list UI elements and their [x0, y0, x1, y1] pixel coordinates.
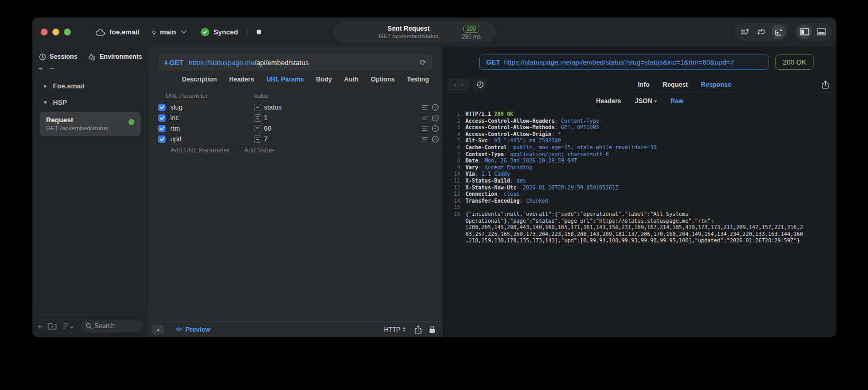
request-url-host[interactable]: https://statuspage.me	[189, 59, 254, 67]
remove-row-icon[interactable]	[432, 114, 439, 122]
request-url-bar[interactable]: GET https://statuspage.me/api/embed/stat…	[159, 55, 432, 70]
row-detail-icon[interactable]	[422, 105, 428, 110]
toggle-sidebar-button[interactable]	[797, 24, 812, 39]
new-folder-button[interactable]	[48, 322, 57, 330]
sidebar-search[interactable]	[81, 320, 143, 332]
import-export-icon	[774, 28, 783, 37]
param-checkbox[interactable]	[158, 114, 166, 122]
http-protocol: HTTP/1.1	[465, 111, 491, 117]
remove-row-icon[interactable]	[432, 104, 439, 111]
row-detail-icon[interactable]	[422, 115, 428, 121]
close-window-button[interactable]	[41, 29, 48, 35]
line-number: 12	[449, 185, 460, 192]
toggle-bottom-panel-button[interactable]	[814, 24, 829, 39]
tab-options[interactable]: Options	[371, 76, 395, 83]
add-value-field[interactable]: Add Value	[244, 147, 274, 154]
tree-item-foe-email[interactable]: ▸ Foe.email	[36, 78, 144, 94]
param-value[interactable]: 7	[264, 135, 422, 143]
sort-filter-button[interactable]	[63, 323, 74, 329]
subtab-raw[interactable]: Raw	[670, 97, 683, 105]
param-checkbox[interactable]	[158, 125, 166, 132]
equals-icon: =	[254, 104, 261, 111]
screen: foe.email main	[0, 0, 868, 390]
param-checkbox[interactable]	[158, 135, 166, 143]
protocol-selector[interactable]: HTTP	[384, 326, 407, 333]
param-name[interactable]: inc	[170, 114, 254, 122]
sort-list-button[interactable]	[737, 24, 752, 39]
recording-dot[interactable]	[257, 30, 261, 34]
response-url-box[interactable]: GET https://statuspage.me/api/embed/stat…	[479, 55, 769, 70]
tab-request[interactable]: Request	[663, 81, 688, 88]
table-row[interactable]: rtm = 60	[148, 123, 443, 134]
minimize-window-button[interactable]	[52, 29, 59, 35]
param-value[interactable]: status	[264, 104, 422, 111]
layout-bottom-panel-icon	[817, 28, 826, 35]
table-row[interactable]: slug = status	[148, 102, 443, 113]
project-switcher[interactable]: foe.email	[95, 28, 139, 36]
param-name[interactable]: rtm	[170, 125, 254, 132]
remove-row-icon[interactable]	[432, 135, 439, 143]
param-value[interactable]: 60	[264, 125, 422, 132]
history-nav[interactable]: ‹ ›	[447, 78, 470, 91]
param-name[interactable]: upd	[170, 135, 254, 143]
row-detail-icon[interactable]	[422, 126, 428, 131]
subtab-headers[interactable]: Headers	[596, 97, 621, 105]
response-raw-view[interactable]: 1 HTTP/1.1200 OK 2 Access-Control-Allow-…	[443, 108, 836, 337]
preview-button[interactable]: </> Preview	[176, 326, 211, 333]
param-value[interactable]: 1	[264, 114, 422, 122]
tab-body[interactable]: Body	[316, 76, 332, 83]
method-stepper-icon[interactable]	[165, 60, 168, 65]
lock-icon[interactable]	[429, 325, 435, 333]
request-list-item-selected[interactable]: Request GET /api/embed/status	[40, 112, 141, 136]
tab-environments-label: Environments	[99, 53, 142, 60]
request-url-path[interactable]: /api/embed/status	[254, 59, 309, 67]
toolbar-group-layout	[794, 23, 832, 41]
search-input[interactable]	[95, 322, 138, 330]
subtab-json-label: JSON	[635, 97, 652, 105]
request-status-pill[interactable]: Sent Request GET /api/embed/status 200 2…	[334, 22, 496, 42]
tree-item-hsp[interactable]: ▾ HSP	[36, 94, 144, 111]
remove-session-button[interactable]: −	[50, 64, 54, 72]
remove-row-icon[interactable]	[432, 125, 439, 132]
history-clock-button[interactable]	[473, 78, 487, 91]
table-row[interactable]: upd = 7	[148, 134, 443, 144]
expand-drawer-button[interactable]: ▲	[152, 325, 164, 334]
add-request-button[interactable]: +	[38, 322, 42, 331]
line-number: 10	[449, 171, 460, 178]
header-name: Access-Control-Allow-Headers	[465, 118, 555, 124]
row-detail-icon[interactable]	[422, 137, 428, 142]
zoom-window-button[interactable]	[64, 29, 71, 35]
param-checkbox[interactable]	[158, 104, 166, 111]
tab-auth[interactable]: Auth	[344, 76, 359, 83]
table-row[interactable]: inc = 1	[148, 113, 443, 123]
subtab-json[interactable]: JSON ▾	[635, 97, 656, 105]
chevron-down-icon	[181, 30, 187, 34]
forward-icon[interactable]: ›	[461, 80, 463, 88]
tab-headers[interactable]: Headers	[229, 76, 254, 83]
line-number: 2	[449, 118, 460, 125]
resend-request-icon[interactable]: ⟳	[419, 58, 426, 67]
branch-name: main	[160, 28, 176, 36]
tab-testing[interactable]: Testing	[407, 76, 429, 83]
equals-icon: =	[254, 114, 261, 122]
tab-info[interactable]: Info	[638, 81, 650, 88]
import-export-button[interactable]	[771, 24, 786, 39]
header-name: Vary	[465, 165, 478, 170]
export-response-icon[interactable]	[822, 80, 829, 89]
add-url-parameter-field[interactable]: Add URL Parameter	[148, 147, 244, 154]
add-session-button[interactable]: +	[39, 64, 43, 72]
tab-environments[interactable]: Environments	[88, 53, 142, 61]
tab-url-params[interactable]: URL Params	[266, 76, 304, 83]
tab-response[interactable]: Response	[701, 81, 731, 88]
sync-status[interactable]: Synced	[200, 28, 238, 37]
back-icon[interactable]: ‹	[454, 80, 456, 88]
header-name: Content-Type	[465, 151, 504, 157]
nav-divider	[459, 81, 459, 88]
request-method[interactable]: GET	[169, 59, 184, 67]
tab-description[interactable]: Description	[182, 76, 217, 83]
share-icon[interactable]	[415, 325, 422, 334]
branch-selector[interactable]: main	[151, 28, 186, 37]
param-name[interactable]: slug	[170, 104, 254, 111]
tab-sessions[interactable]: Sessions	[39, 53, 78, 61]
merge-branches-button[interactable]	[754, 24, 769, 39]
